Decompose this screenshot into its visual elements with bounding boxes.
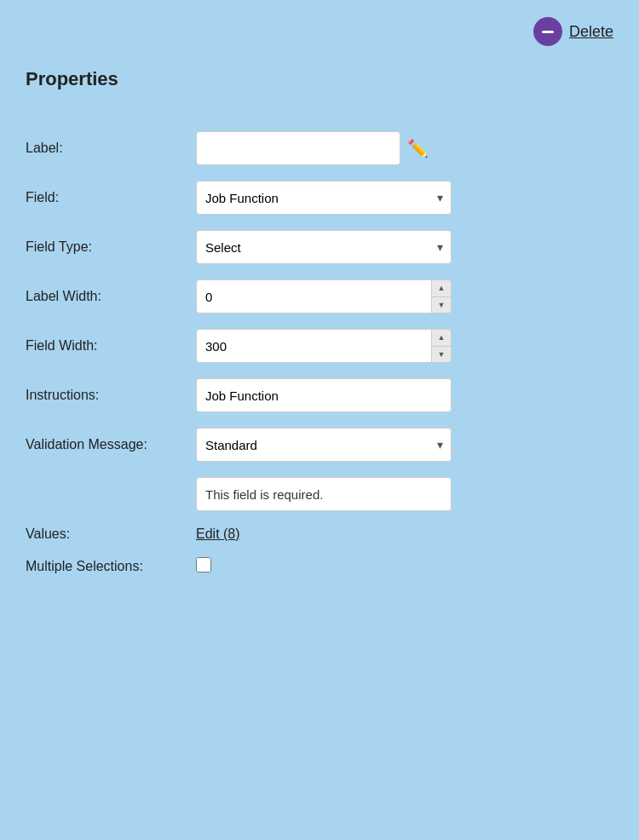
pencil-icon[interactable]: ✏️	[407, 138, 429, 158]
field-type-select[interactable]: Select Text Checkbox Radio	[196, 230, 452, 264]
field-width-up-button[interactable]: ▲	[431, 329, 452, 346]
label-width-input-wrapper: ▲ ▼	[196, 279, 452, 314]
properties-form: Label: ✏️ Field: Job Function Job Title	[26, 116, 613, 591]
field-type-select-wrapper: Select Text Checkbox Radio ▾	[196, 230, 452, 264]
validation-message-cell: Standard Custom None ▾	[196, 428, 613, 462]
validation-text-display: This field is required.	[196, 477, 452, 511]
values-cell: Edit (8)	[196, 526, 613, 542]
instructions-row: Instructions:	[26, 378, 613, 412]
field-select[interactable]: Job Function Job Title Department Locati…	[196, 181, 452, 215]
multiple-selections-label: Multiple Selections:	[26, 557, 196, 576]
page-container: Delete Properties Label: ✏️ Field:	[0, 0, 639, 840]
label-row: Label: ✏️	[26, 131, 613, 165]
field-row: Field: Job Function Job Title Department…	[26, 181, 613, 215]
instructions-input[interactable]	[196, 378, 452, 412]
validation-message-row: Validation Message: Standard Custom None…	[26, 428, 613, 462]
field-cell: Job Function Job Title Department Locati…	[196, 181, 613, 215]
field-label: Field:	[26, 181, 196, 215]
field-select-wrapper: Job Function Job Title Department Locati…	[196, 181, 452, 215]
label-width-label: Label Width:	[26, 279, 196, 314]
label-field-cell: ✏️	[196, 131, 613, 165]
label-width-up-button[interactable]: ▲	[431, 279, 452, 296]
multiple-selections-checkbox[interactable]	[196, 557, 211, 572]
validation-message-select-wrapper: Standard Custom None ▾	[196, 428, 452, 462]
multiple-selections-row: Multiple Selections:	[26, 557, 613, 576]
validation-text-empty-label	[26, 477, 196, 511]
delete-button[interactable]: Delete	[569, 23, 613, 41]
instructions-label: Instructions:	[26, 378, 196, 412]
label-input-group: ✏️	[196, 131, 613, 165]
label-width-down-button[interactable]: ▼	[431, 296, 452, 314]
validation-text-cell: This field is required.	[196, 477, 613, 511]
validation-message-label: Validation Message:	[26, 428, 196, 462]
edit-values-link[interactable]: Edit (8)	[196, 526, 240, 541]
field-width-row: Field Width: ▲ ▼	[26, 329, 613, 363]
instructions-cell	[196, 378, 613, 412]
validation-message-select[interactable]: Standard Custom None	[196, 428, 452, 462]
field-type-label: Field Type:	[26, 230, 196, 264]
section-title: Properties	[26, 68, 613, 90]
field-type-cell: Select Text Checkbox Radio ▾	[196, 230, 613, 264]
values-row: Values: Edit (8)	[26, 526, 613, 542]
delete-circle-icon[interactable]	[533, 17, 562, 46]
label-width-input[interactable]	[196, 279, 452, 314]
field-width-spinner: ▲ ▼	[431, 329, 452, 363]
label-width-spinner: ▲ ▼	[431, 279, 452, 314]
field-width-input[interactable]	[196, 329, 452, 363]
label-field-label: Label:	[26, 131, 196, 165]
label-input[interactable]	[196, 131, 400, 165]
field-width-down-button[interactable]: ▼	[431, 346, 452, 364]
label-width-cell: ▲ ▼	[196, 279, 613, 314]
multiple-selections-cell	[196, 557, 613, 576]
field-width-input-wrapper: ▲ ▼	[196, 329, 452, 363]
field-width-cell: ▲ ▼	[196, 329, 613, 363]
values-label: Values:	[26, 526, 196, 542]
label-width-row: Label Width: ▲ ▼	[26, 279, 613, 314]
field-width-label: Field Width:	[26, 329, 196, 363]
validation-text-row: This field is required.	[26, 477, 613, 511]
field-type-row: Field Type: Select Text Checkbox Radio ▾	[26, 230, 613, 264]
delete-area: Delete	[533, 17, 613, 46]
